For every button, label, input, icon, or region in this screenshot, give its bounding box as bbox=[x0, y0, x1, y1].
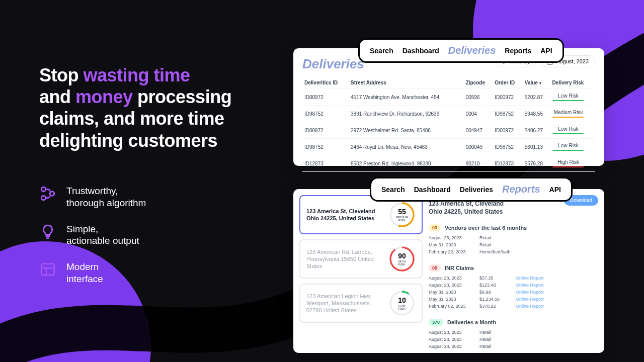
detail-row: August 28, 2023Retail bbox=[429, 234, 598, 241]
svg-rect-3 bbox=[41, 264, 54, 276]
nav-tab-api[interactable]: API bbox=[549, 186, 561, 194]
detail-row: February 02, 2023$378.22Online Report bbox=[429, 303, 598, 310]
nav-tab-dashboard[interactable]: Dashboard bbox=[414, 186, 451, 194]
detail-row: August 28, 2023Retail bbox=[429, 343, 598, 350]
detail-row: May 31, 2023$9.99Online Report bbox=[429, 289, 598, 296]
deliveries-table: Deliveritics IDStreet AddressZipcodeOrde… bbox=[302, 77, 595, 172]
feature-item: Trustworthy,thorough algorithm bbox=[39, 185, 146, 209]
table-row[interactable]: ID128738502 Preston Rd. Inglewood, 98380… bbox=[302, 155, 595, 172]
risk-gauge: 55MEDIUMRISK bbox=[388, 201, 416, 228]
report-detail: Download 123 America St, Cleveland Ohio … bbox=[429, 195, 598, 347]
reports-panel: 123 America St, Cleveland Ohio 24225, Un… bbox=[293, 189, 604, 353]
address-card[interactable]: 123 American Rd, Latrobe, Pennsylvania 1… bbox=[299, 239, 423, 279]
detail-row: February 22, 2023Home/bed/bath bbox=[429, 248, 598, 255]
svg-point-2 bbox=[50, 192, 54, 196]
nav-tab-deliveries[interactable]: Deliveries bbox=[448, 45, 496, 56]
svg-point-1 bbox=[41, 196, 46, 200]
column-header[interactable]: Value ▾ bbox=[523, 77, 550, 89]
column-header[interactable]: Delivery Risk bbox=[550, 77, 595, 89]
nav-tab-search[interactable]: Search bbox=[381, 186, 405, 194]
table-row[interactable]: ID009724517 Washington Ave. Manchester, … bbox=[302, 89, 595, 106]
hero-headline: Stop wasting time and money processing c… bbox=[39, 64, 266, 151]
nav-tabs: SearchDashboardDeliveriesReportsAPI bbox=[370, 177, 573, 202]
detail-row: August 28, 2023$57.25Online Report bbox=[429, 275, 598, 282]
feature-list: Trustworthy,thorough algorithm Simple,ac… bbox=[39, 185, 146, 299]
column-header[interactable]: Street Address bbox=[349, 77, 464, 89]
detail-row: August 28, 2023$123.48Online Report bbox=[429, 282, 598, 289]
feature-item: Moderninterface bbox=[39, 261, 146, 285]
risk-gauge: 10LOWRISK bbox=[388, 290, 416, 317]
column-header[interactable]: Order ID bbox=[493, 77, 523, 89]
address-card[interactable]: 123 American Legion Hwy, Westport, Massa… bbox=[299, 284, 423, 323]
table-row[interactable]: ID987522464 Royal Ln. Mesa, New, 4546300… bbox=[302, 139, 595, 155]
svg-point-0 bbox=[41, 187, 46, 192]
deliveries-panel: Deliveries Filter By August, 2023 Delive… bbox=[293, 48, 604, 166]
table-row[interactable]: ID987523891 Ranchview Dr. Richardson, 62… bbox=[302, 106, 595, 122]
address-list: 123 America St, Cleveland Ohio 24225, Un… bbox=[299, 195, 423, 347]
feature-item: Simple,actionable output bbox=[39, 223, 146, 247]
nav-tab-reports[interactable]: Reports bbox=[505, 47, 531, 55]
nav-tab-api[interactable]: API bbox=[540, 47, 552, 55]
detail-row: May 31, 2023$1,234.56Online Report bbox=[429, 296, 598, 303]
detail-row: August 28, 2023Retail bbox=[429, 336, 598, 343]
layout-icon bbox=[39, 261, 56, 278]
risk-gauge: 90HIGHRISK bbox=[388, 245, 416, 273]
nav-tab-deliveries[interactable]: Deliveries bbox=[460, 186, 493, 194]
detail-row: August 28, 2023Retail bbox=[429, 329, 598, 336]
nav-tab-dashboard[interactable]: Dashboard bbox=[403, 47, 439, 55]
detail-row: May 31, 2023Retail bbox=[429, 241, 598, 248]
nav-tab-search[interactable]: Search bbox=[370, 47, 393, 55]
nav-tab-reports[interactable]: Reports bbox=[502, 184, 540, 195]
lightbulb-icon bbox=[39, 223, 56, 240]
table-row[interactable]: ID009722972 Westheimer Rd. Santa, 854860… bbox=[302, 122, 595, 139]
column-header[interactable]: Deliveritics ID bbox=[302, 77, 349, 89]
column-header[interactable]: Zipcode bbox=[464, 77, 493, 89]
nav-tabs: SearchDashboardDeliveriesReportsAPI bbox=[358, 38, 564, 63]
algorithm-icon bbox=[39, 185, 56, 202]
